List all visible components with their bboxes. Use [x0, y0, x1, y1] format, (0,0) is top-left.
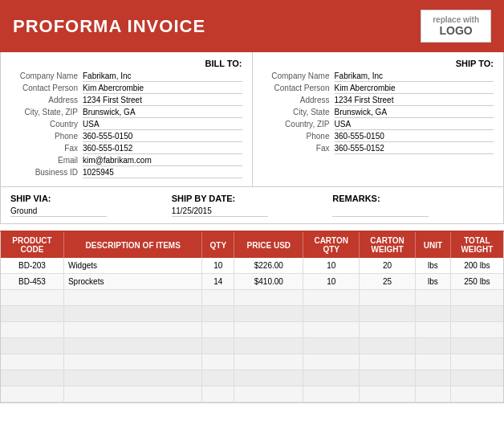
empty-cell — [1, 322, 63, 338]
bill-country: USA — [83, 120, 242, 130]
cell-total-weight: 250 lbs — [450, 274, 503, 290]
ship-city-state-label: City, State — [262, 108, 335, 118]
empty-cell — [415, 354, 450, 370]
ship-phone: 360-555-0150 — [335, 132, 494, 142]
empty-cell — [234, 338, 303, 354]
empty-cell — [450, 338, 503, 354]
empty-cell — [360, 386, 416, 402]
bill-company-name: Fabrikam, Inc — [83, 71, 242, 82]
col-unit: UNIT — [415, 232, 450, 258]
empty-cell — [234, 354, 303, 370]
cell-carton-qty: 10 — [303, 258, 360, 274]
empty-cell — [63, 354, 201, 370]
empty-cell — [234, 290, 303, 306]
fax-label: Fax — [10, 144, 83, 154]
empty-cell — [415, 306, 450, 322]
business-id-label: Business ID — [10, 168, 83, 178]
empty-row — [1, 338, 503, 354]
empty-cell — [1, 386, 63, 402]
country-label: Country — [10, 120, 83, 130]
col-carton-qty: CARTONQTY — [303, 232, 360, 258]
items-table: PRODUCTCODE DESCRIPTION OF ITEMS QTY PRI… — [1, 232, 503, 402]
cell-unit: lbs — [415, 274, 450, 290]
empty-cell — [234, 306, 303, 322]
empty-cell — [450, 354, 503, 370]
ship-country-zip-label: Country, ZIP — [262, 120, 335, 130]
cell-total-weight: 200 lbs — [450, 258, 503, 274]
empty-row — [1, 370, 503, 386]
empty-row — [1, 290, 503, 306]
empty-cell — [303, 338, 360, 354]
ship-date-block: SHIP BY DATE: 11/25/2015 — [172, 194, 333, 217]
logo-replace-text: replace with — [433, 15, 479, 24]
ship-to-label: SHIP TO: — [262, 59, 494, 68]
empty-row — [1, 386, 503, 402]
ship-country-zip: USA — [335, 120, 494, 130]
contact-person-label: Contact Person — [10, 84, 83, 94]
cell-price: $226.00 — [234, 258, 303, 274]
table-row: BD-203 Widgets 10 $226.00 10 20 lbs 200 … — [1, 258, 503, 274]
empty-cell — [63, 306, 201, 322]
col-price: PRICE USD — [234, 232, 303, 258]
col-total-weight: TOTALWEIGHT — [450, 232, 503, 258]
empty-cell — [360, 306, 416, 322]
cell-qty: 14 — [202, 274, 234, 290]
empty-cell — [450, 290, 503, 306]
bill-contact-person: Kim Abercrombie — [83, 84, 242, 94]
table-row: BD-453 Sprockets 14 $410.00 10 25 lbs 25… — [1, 274, 503, 290]
empty-cell — [234, 322, 303, 338]
bill-city-state-zip: Brunswick, GA — [83, 108, 242, 118]
empty-cell — [450, 370, 503, 386]
empty-cell — [303, 306, 360, 322]
empty-cell — [63, 290, 201, 306]
logo-placeholder: replace with LOGO — [421, 10, 491, 43]
empty-row — [1, 306, 503, 322]
empty-cell — [234, 370, 303, 386]
empty-cell — [1, 290, 63, 306]
page-header: PROFORMA INVOICE replace with LOGO — [0, 0, 504, 52]
empty-cell — [360, 370, 416, 386]
remarks-label: REMARKS: — [332, 194, 494, 203]
ship-to-section: SHIP TO: Company Name Fabrikam, Inc Cont… — [253, 52, 504, 186]
ship-contact-person-label: Contact Person — [262, 84, 335, 94]
col-product-code: PRODUCTCODE — [1, 232, 63, 258]
empty-cell — [303, 370, 360, 386]
email-label: Email — [10, 156, 83, 166]
remarks-block: REMARKS: — [332, 194, 494, 217]
empty-cell — [202, 306, 234, 322]
cell-code: BD-453 — [1, 274, 63, 290]
cell-price: $410.00 — [234, 274, 303, 290]
ship-address: 1234 First Street — [335, 96, 494, 106]
city-state-zip-label: City, State, ZIP — [10, 108, 83, 118]
company-name-label: Company Name — [10, 71, 83, 82]
cell-qty: 10 — [202, 258, 234, 274]
table-header-row: PRODUCTCODE DESCRIPTION OF ITEMS QTY PRI… — [1, 232, 503, 258]
col-carton-weight: CARTONWEIGHT — [360, 232, 416, 258]
empty-cell — [303, 386, 360, 402]
items-table-container: PRODUCTCODE DESCRIPTION OF ITEMS QTY PRI… — [0, 231, 504, 403]
ship-via-block: SHIP VIA: Ground — [10, 194, 172, 217]
empty-cell — [63, 370, 201, 386]
cell-description: Widgets — [63, 258, 201, 274]
empty-row — [1, 322, 503, 338]
ship-company-name: Fabrikam, Inc — [335, 71, 494, 82]
ship-date-label: SHIP BY DATE: — [172, 194, 333, 203]
ship-city-state: Brunswick, GA — [335, 108, 494, 118]
empty-cell — [63, 386, 201, 402]
empty-cell — [415, 322, 450, 338]
empty-cell — [1, 306, 63, 322]
empty-cell — [202, 338, 234, 354]
empty-cell — [202, 386, 234, 402]
ship-via-value: Ground — [10, 206, 107, 217]
empty-cell — [202, 354, 234, 370]
empty-cell — [415, 338, 450, 354]
empty-cell — [1, 338, 63, 354]
empty-cell — [360, 354, 416, 370]
ship-phone-label: Phone — [262, 132, 335, 142]
empty-cell — [303, 290, 360, 306]
ship-info-section: SHIP VIA: Ground SHIP BY DATE: 11/25/201… — [0, 187, 504, 224]
ship-date-value: 11/25/2015 — [172, 206, 268, 217]
bill-to-label: BILL TO: — [10, 59, 242, 68]
ship-contact-person: Kim Abercrombie — [335, 84, 494, 94]
empty-cell — [450, 386, 503, 402]
